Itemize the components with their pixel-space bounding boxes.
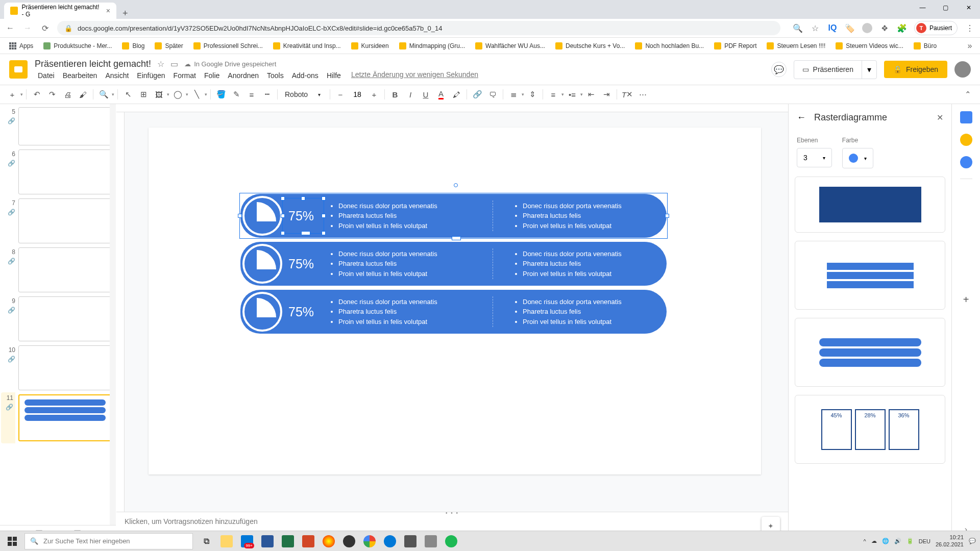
bookmark-item[interactable]: Mindmapping (Gru...	[395, 42, 469, 49]
bookmark-item[interactable]: Blog	[118, 42, 149, 49]
comments-button[interactable]: 💬	[771, 62, 787, 77]
bookmark-item[interactable]: Deutsche Kurs + Vo...	[551, 42, 629, 49]
color-select[interactable]: ▾	[842, 148, 873, 168]
indent-decrease-button[interactable]: ⇤	[584, 87, 598, 102]
highlight-button[interactable]: 🖍	[449, 87, 463, 102]
extensions-menu-icon[interactable]: 🧩	[897, 23, 907, 33]
font-family-select[interactable]: Roboto▾	[281, 90, 327, 98]
last-edit-label[interactable]: Letzte Änderung vor wenigen Sekunden	[351, 70, 478, 81]
tray-lang[interactable]: DEU	[919, 538, 930, 544]
indent-increase-button[interactable]: ⇥	[599, 87, 614, 102]
menu-einfuegen[interactable]: Einfügen	[134, 70, 168, 81]
clear-format-button[interactable]: T✕	[620, 87, 634, 102]
diagram-row[interactable]: 75% Donec risus dolor porta venenatisPha…	[240, 194, 667, 238]
underline-button[interactable]: U	[419, 87, 433, 102]
new-slide-button[interactable]: +	[5, 87, 19, 102]
address-field[interactable]: 🔒 docs.google.com/presentation/d/1yV372S…	[57, 21, 780, 35]
taskbar-app[interactable]	[278, 531, 298, 552]
taskbar-app[interactable]	[257, 531, 278, 552]
bookmark-item[interactable]: PDF Report	[710, 42, 761, 49]
profile-pause-badge[interactable]: T Pausiert	[914, 21, 958, 35]
font-size-decrease[interactable]: −	[333, 87, 348, 102]
browser-tab[interactable]: Präsentieren leicht gemacht! - G ×	[4, 3, 116, 19]
notes-resize-handle[interactable]: • • •	[446, 510, 459, 516]
bookmark-item[interactable]: Wahlfächer WU Aus...	[471, 42, 549, 49]
slide-thumbnail-8[interactable]	[18, 247, 112, 292]
close-tab-icon[interactable]: ×	[106, 7, 110, 15]
bookmark-item[interactable]: Noch hochladen Bu...	[631, 42, 708, 49]
levels-select[interactable]: 3▾	[797, 148, 832, 167]
more-button[interactable]: ⋯	[635, 87, 650, 102]
diagram-template[interactable]: 45%28%36%	[795, 395, 945, 464]
back-button[interactable]: ←	[797, 112, 806, 123]
collapse-toolbar-button[interactable]: ⌃	[961, 87, 975, 102]
percent-label[interactable]: 75%	[288, 257, 319, 271]
star-icon[interactable]: ☆	[157, 59, 164, 69]
minimize-button[interactable]: —	[911, 0, 934, 15]
line-tool[interactable]: ╲	[189, 87, 204, 102]
tray-battery-icon[interactable]: 🔋	[906, 538, 914, 544]
keep-icon[interactable]	[960, 134, 972, 146]
menu-format[interactable]: Format	[170, 70, 199, 81]
add-addon-button[interactable]: +	[963, 294, 969, 306]
undo-button[interactable]: ↶	[30, 87, 44, 102]
task-view-button[interactable]: ⧉	[196, 531, 216, 552]
start-button[interactable]	[0, 531, 24, 552]
bold-button[interactable]: B	[388, 87, 402, 102]
extension-icon[interactable]	[862, 23, 872, 33]
taskbar-app[interactable]	[216, 531, 237, 552]
present-dropdown[interactable]: ▾	[862, 61, 876, 79]
extension-icon[interactable]: IQ	[827, 23, 838, 33]
document-title[interactable]: Präsentieren leicht gemacht!	[35, 59, 151, 69]
tray-network-icon[interactable]: 🌐	[882, 538, 889, 544]
bookmark-item[interactable]: Büro	[910, 42, 941, 49]
account-avatar[interactable]	[954, 61, 971, 78]
tray-volume-icon[interactable]: 🔊	[894, 538, 901, 544]
taskbar-app[interactable]	[380, 531, 400, 552]
border-dash-button[interactable]: ┅	[260, 87, 274, 102]
menu-datei[interactable]: Datei	[35, 70, 58, 81]
share-button[interactable]: 🔒Freigeben	[884, 61, 947, 78]
star-icon[interactable]: ☆	[810, 23, 820, 33]
border-weight-button[interactable]: ≡	[244, 87, 259, 102]
line-spacing-button[interactable]: ⇕	[525, 87, 540, 102]
slide-canvas[interactable]: 75% Donec risus dolor porta venenatisPha…	[149, 128, 761, 474]
fill-color-button[interactable]: 🪣	[214, 87, 228, 102]
taskbar-app[interactable]	[359, 531, 380, 552]
back-button[interactable]: ←	[5, 23, 15, 33]
slide-thumbnail-7[interactable]	[18, 198, 112, 243]
textbox-tool[interactable]: ⊞	[136, 87, 151, 102]
taskbar-search[interactable]: 🔍Zur Suche Text hier eingeben	[24, 533, 193, 549]
bullet-list-button[interactable]: •≡	[565, 87, 579, 102]
menu-folie[interactable]: Folie	[201, 70, 223, 81]
italic-button[interactable]: I	[403, 87, 418, 102]
zoom-icon[interactable]: 🔍	[793, 23, 803, 33]
forward-button[interactable]: →	[22, 23, 33, 33]
redo-button[interactable]: ↷	[45, 87, 59, 102]
bookmark-item[interactable]: Professionell Schrei...	[189, 42, 267, 49]
taskbar-app[interactable]	[421, 531, 441, 552]
extension-icon[interactable]: 🏷️	[845, 23, 855, 33]
bookmark-item[interactable]: Kursideen	[347, 42, 393, 49]
text-color-button[interactable]: A	[434, 87, 448, 102]
menu-hilfe[interactable]: Hilfe	[324, 70, 344, 81]
diagram-row[interactable]: 75% Donec risus dolor porta venenatisPha…	[240, 290, 667, 334]
diagram-row[interactable]: 75% Donec risus dolor porta venenatisPha…	[240, 242, 667, 286]
taskbar-app[interactable]	[339, 531, 359, 552]
diagram-template[interactable]	[795, 318, 945, 387]
select-tool[interactable]: ↖	[121, 87, 135, 102]
taskbar-app[interactable]	[298, 531, 318, 552]
thumbnail-scrollbar[interactable]	[110, 104, 116, 525]
bookmark-item[interactable]: Produktsuche - Mer...	[39, 42, 116, 49]
print-button[interactable]: 🖨	[60, 87, 75, 102]
new-tab-button[interactable]: +	[116, 8, 134, 19]
bookmarks-overflow-icon[interactable]: »	[965, 41, 975, 51]
image-tool[interactable]: 🖼	[152, 87, 166, 102]
horizontal-ruler[interactable]	[116, 104, 788, 112]
percent-label[interactable]: 75%	[288, 209, 319, 223]
taskbar-app[interactable]	[441, 531, 461, 552]
tray-expand-icon[interactable]: ^	[864, 538, 866, 544]
border-color-button[interactable]: ✎	[229, 87, 243, 102]
slide-thumbnail-10[interactable]	[18, 345, 112, 390]
menu-tools[interactable]: Tools	[264, 70, 287, 81]
